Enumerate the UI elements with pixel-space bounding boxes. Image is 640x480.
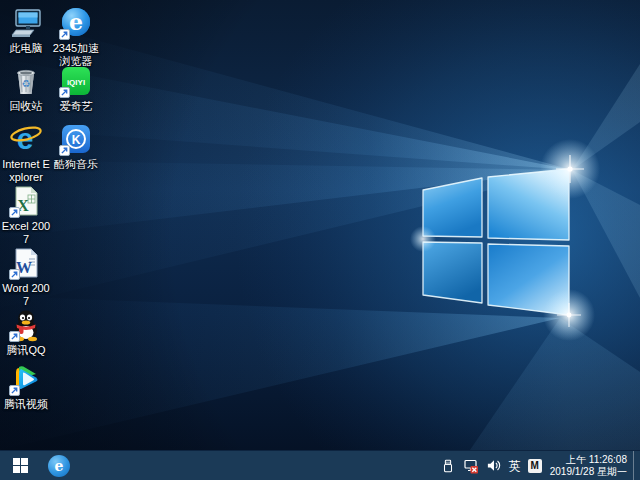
desktop-icon-excel-2007[interactable]: X Excel 2007 (0, 184, 52, 246)
recycle-bin-icon: ♻ (9, 64, 43, 98)
icon-label: 腾讯QQ (6, 344, 45, 357)
volume-icon[interactable] (486, 458, 502, 474)
shortcut-arrow-icon (9, 207, 20, 218)
tencent-video-icon (9, 362, 43, 396)
desktop: 此电脑 e 2345加速浏览器 (0, 0, 640, 450)
usb-device-icon[interactable] (440, 458, 456, 474)
icon-label: 回收站 (10, 100, 43, 113)
taskbar-app-2345-browser[interactable]: e (40, 451, 78, 480)
svg-text:iQIYI: iQIYI (67, 78, 85, 87)
shortcut-arrow-icon (9, 269, 20, 280)
internet-explorer-icon: e (9, 122, 43, 156)
excel-icon: X (9, 184, 43, 218)
shortcut-arrow-icon (9, 385, 20, 396)
desktop-icon-recycle-bin[interactable]: ♻ 回收站 (0, 64, 52, 113)
shortcut-arrow-icon (9, 331, 20, 342)
iqiyi-icon: iQIYI (59, 64, 93, 98)
clock-time: 上午 11:26:08 (566, 454, 627, 466)
windows-logo-icon (13, 458, 28, 473)
2345-browser-icon: e (48, 455, 70, 477)
tencent-qq-icon (9, 308, 43, 342)
icon-label: 腾讯视频 (4, 398, 48, 411)
taskbar: e 英 M 上午 (0, 450, 640, 480)
shortcut-arrow-icon (59, 29, 70, 40)
word-icon: W (9, 246, 43, 280)
desktop-icon-tencent-video[interactable]: 腾讯视频 (0, 362, 52, 411)
taskbar-empty-area[interactable] (78, 451, 436, 480)
2345-browser-icon: e (59, 6, 93, 40)
icon-label: 酷狗音乐 (54, 158, 98, 171)
taskbar-clock[interactable]: 上午 11:26:08 2019/1/28 星期一 (548, 451, 633, 480)
icon-label: Word 2007 (0, 282, 52, 308)
svg-text:♻: ♻ (22, 78, 31, 89)
icon-label: Excel 2007 (0, 220, 52, 246)
svg-text:e: e (69, 9, 83, 35)
desktop-icon-tencent-qq[interactable]: 腾讯QQ (0, 308, 52, 357)
desktop-icon-this-pc[interactable]: 此电脑 (0, 6, 52, 55)
system-tray: 英 M (436, 451, 548, 480)
icon-label: 爱奇艺 (60, 100, 93, 113)
start-button[interactable] (0, 451, 40, 480)
desktop-icon-2345-browser[interactable]: e 2345加速浏览器 (50, 6, 102, 68)
kugou-music-icon: K (59, 122, 93, 156)
desktop-icons: 此电脑 e 2345加速浏览器 (0, 0, 640, 450)
show-desktop-button[interactable] (633, 451, 640, 480)
desktop-icon-kugou-music[interactable]: K 酷狗音乐 (50, 122, 102, 171)
icon-label: 此电脑 (10, 42, 43, 55)
shortcut-arrow-icon (59, 145, 70, 156)
svg-text:K: K (72, 133, 81, 147)
shortcut-arrow-icon (59, 87, 70, 98)
windows-desktop: { "desktop": { "icons": [ {"label": "此电脑… (0, 0, 640, 480)
desktop-icon-word-2007[interactable]: W Word 2007 (0, 246, 52, 308)
icon-label: Internet Explorer (0, 158, 52, 184)
desktop-icon-internet-explorer[interactable]: e Internet Explorer (0, 122, 52, 184)
ime-mode-icon[interactable]: M (528, 459, 542, 473)
desktop-icon-iqiyi[interactable]: iQIYI 爱奇艺 (50, 64, 102, 113)
language-indicator[interactable]: 英 (509, 458, 521, 474)
this-pc-icon (9, 6, 43, 40)
network-disconnected-icon[interactable] (463, 458, 479, 474)
clock-date: 2019/1/28 星期一 (550, 466, 627, 478)
